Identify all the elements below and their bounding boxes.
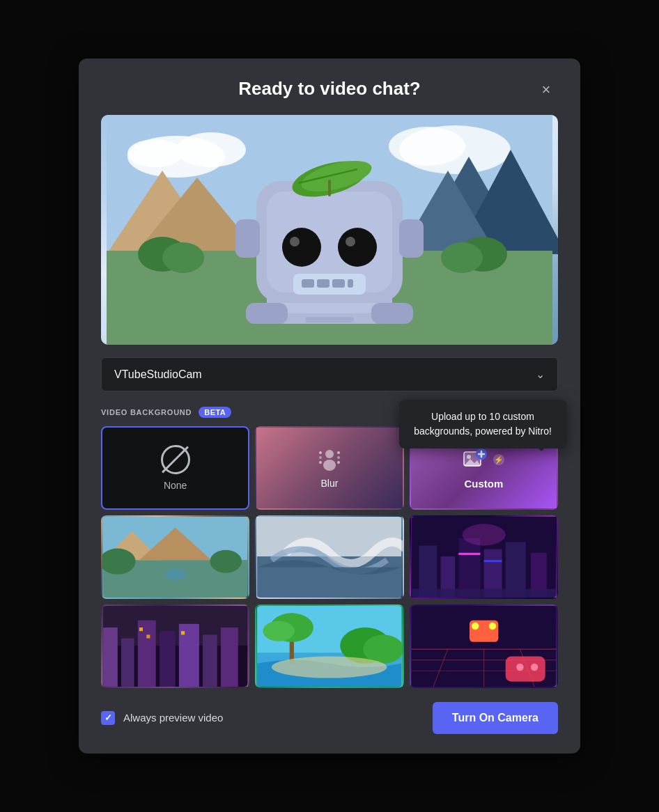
- svg-point-44: [337, 456, 340, 459]
- custom-label: Custom: [464, 478, 503, 490]
- svg-point-92: [364, 634, 403, 663]
- bg-thumbnail-5[interactable]: [255, 604, 403, 688]
- bg-thumbnail-4[interactable]: [101, 604, 249, 688]
- svg-rect-20: [235, 219, 260, 258]
- none-label: None: [164, 480, 187, 491]
- none-icon: [161, 445, 190, 474]
- svg-point-59: [210, 550, 242, 573]
- svg-point-25: [346, 237, 355, 247]
- footer-row: ✓ Always preview video Turn On Camera: [101, 702, 558, 734]
- camera-select-dropdown[interactable]: VTubeStudioCam ⌄: [101, 357, 558, 391]
- svg-rect-79: [160, 631, 176, 687]
- overlay: Ready to video chat? ×: [0, 0, 659, 812]
- svg-point-42: [319, 461, 322, 464]
- tooltip-bubble: Upload up to 10 custom backgrounds, powe…: [399, 400, 566, 448]
- svg-point-15: [441, 242, 483, 273]
- bg-thumbnail-6[interactable]: [410, 604, 558, 688]
- always-preview-checkbox[interactable]: ✓: [101, 711, 115, 725]
- svg-text:⚡: ⚡: [494, 455, 504, 464]
- tooltip-text: Upload up to 10 custom backgrounds, powe…: [414, 411, 552, 437]
- svg-rect-30: [348, 279, 353, 288]
- svg-rect-83: [139, 627, 143, 631]
- bg-options-grid: None: [101, 426, 558, 688]
- svg-point-93: [272, 656, 387, 678]
- bg-thumbnail-1[interactable]: [101, 515, 249, 599]
- svg-point-2: [176, 132, 246, 167]
- bg-thumbnail-2[interactable]: [255, 515, 403, 599]
- svg-point-13: [162, 242, 204, 273]
- bg-option-none[interactable]: None: [101, 426, 249, 510]
- video-background-section: VIDEO BACKGROUND BETA Upload up to 10 cu…: [101, 407, 558, 688]
- svg-rect-85: [181, 631, 185, 634]
- svg-point-102: [472, 623, 479, 630]
- svg-point-5: [389, 127, 465, 166]
- video-bg-header: VIDEO BACKGROUND BETA Upload up to 10 cu…: [101, 407, 558, 418]
- svg-point-23: [338, 228, 377, 267]
- turn-on-camera-button[interactable]: Turn On Camera: [433, 702, 558, 734]
- svg-rect-81: [203, 634, 217, 687]
- custom-icons: ⚡: [462, 447, 505, 472]
- checkmark-icon: ✓: [104, 712, 112, 723]
- svg-point-3: [127, 139, 183, 167]
- svg-point-103: [489, 623, 496, 630]
- svg-rect-27: [302, 279, 314, 288]
- svg-point-45: [337, 461, 340, 464]
- svg-point-43: [337, 451, 340, 454]
- svg-rect-29: [332, 279, 345, 288]
- svg-rect-84: [146, 634, 150, 638]
- avatar-illustration: [101, 115, 558, 345]
- svg-rect-36: [371, 303, 413, 324]
- svg-point-72: [462, 524, 505, 545]
- chevron-down-icon: ⌄: [536, 368, 545, 381]
- modal-dialog: Ready to video chat? ×: [79, 58, 580, 754]
- video-bg-label: VIDEO BACKGROUND: [101, 408, 192, 416]
- blur-icon: [317, 447, 342, 472]
- svg-point-39: [323, 460, 336, 471]
- svg-point-90: [263, 621, 295, 641]
- always-preview-checkbox-row[interactable]: ✓ Always preview video: [101, 711, 223, 725]
- svg-rect-37: [305, 317, 354, 322]
- svg-point-40: [319, 451, 322, 454]
- bg-option-blur[interactable]: Blur: [255, 426, 403, 510]
- svg-rect-28: [317, 279, 330, 288]
- svg-rect-82: [221, 627, 238, 687]
- modal-title: Ready to video chat?: [238, 78, 421, 100]
- svg-point-38: [325, 450, 334, 458]
- video-preview: [101, 115, 558, 345]
- svg-rect-70: [458, 553, 480, 555]
- bg-thumbnail-3[interactable]: [410, 515, 558, 599]
- svg-rect-66: [458, 538, 480, 598]
- close-button[interactable]: ×: [534, 78, 558, 102]
- svg-point-47: [467, 455, 471, 459]
- svg-point-105: [516, 664, 523, 671]
- svg-point-106: [531, 664, 538, 671]
- svg-rect-77: [121, 639, 134, 687]
- svg-rect-73: [412, 589, 556, 598]
- svg-point-41: [319, 456, 322, 459]
- svg-rect-71: [483, 560, 502, 562]
- blur-label: Blur: [321, 478, 339, 489]
- svg-rect-76: [103, 627, 118, 687]
- svg-point-24: [290, 237, 300, 247]
- svg-point-22: [282, 228, 321, 267]
- svg-point-60: [164, 569, 186, 581]
- modal-header: Ready to video chat? ×: [101, 78, 558, 100]
- svg-rect-35: [246, 303, 288, 324]
- svg-rect-21: [399, 219, 424, 258]
- camera-select-value: VTubeStudioCam: [114, 368, 202, 381]
- svg-rect-104: [505, 656, 545, 681]
- always-preview-label: Always preview video: [123, 712, 223, 724]
- beta-badge: BETA: [199, 407, 231, 418]
